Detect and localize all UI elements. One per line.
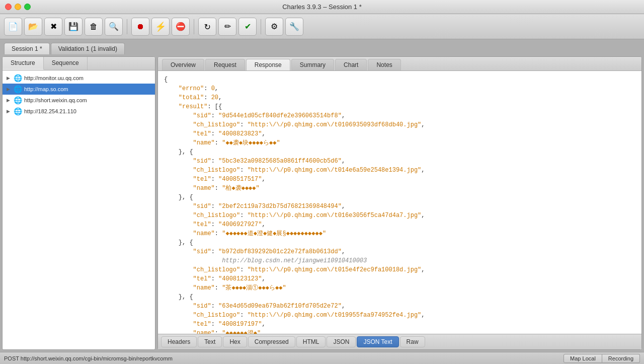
clear-button[interactable]: ↺: [198, 18, 216, 36]
toolbar: 📄 📂 ✖ 💾 🗑 🔍 ⏺ ⚡ ⛔ ↺ ✏ ✔ ⚙ 🔧: [0, 14, 644, 39]
tree-arrow-icon: ▶: [7, 109, 12, 114]
globe-icon: 🌐: [14, 96, 22, 104]
session-tab-validation[interactable]: Validation 1 (1 invalid): [51, 43, 125, 54]
tree-item-monitor[interactable]: ▶ 🌐 http://monitor.uu.qq.com: [3, 72, 155, 84]
content-area: { "errno": 0, "total": 20, "result": [{ …: [158, 71, 641, 349]
tab-headers[interactable]: Headers: [161, 336, 197, 347]
validate-button[interactable]: ✔: [238, 18, 257, 36]
tree-item-label: http://short.weixin.qq.com: [24, 97, 87, 103]
session-tabs: Session 1 * Validation 1 (1 invalid): [0, 39, 644, 54]
record-button[interactable]: ⏺: [131, 18, 149, 36]
settings-button[interactable]: 🔧: [285, 18, 303, 36]
tab-html[interactable]: HTML: [296, 336, 326, 347]
tab-response[interactable]: Response: [246, 59, 290, 70]
status-text: POST http://short.weixin.qq.com/cgi-bin/…: [4, 355, 173, 361]
tree-item-ip[interactable]: ▶ 🌐 http://182.254.21.110: [3, 106, 155, 117]
tab-structure[interactable]: Structure: [3, 57, 44, 70]
tab-request[interactable]: Request: [205, 59, 245, 70]
minimize-button[interactable]: [15, 4, 21, 10]
stop-button[interactable]: ⛔: [172, 18, 190, 36]
separator-3: [261, 19, 261, 34]
open-button[interactable]: 📂: [24, 18, 42, 36]
status-bar: POST http://short.weixin.qq.com/cgi-bin/…: [0, 352, 644, 364]
right-panel-tabs: Overview Request Response Summary Chart …: [158, 57, 641, 71]
delete-button[interactable]: 🗑: [85, 18, 103, 36]
tree-item-label: http://map.so.com: [24, 86, 68, 92]
globe-icon: 🌐: [14, 85, 22, 93]
traffic-lights: [5, 4, 31, 10]
tab-hex[interactable]: Hex: [223, 336, 247, 347]
separator-2: [194, 19, 194, 34]
tab-notes[interactable]: Notes: [368, 59, 400, 70]
window-title: Charles 3.9.3 – Session 1 *: [282, 3, 362, 11]
close-tab-button[interactable]: ✖: [44, 18, 62, 36]
close-button[interactable]: [5, 4, 12, 10]
separator-1: [127, 19, 127, 34]
bottom-tabs: Headers Text Hex Compressed HTML JSON JS…: [158, 334, 641, 349]
edit-request-button[interactable]: ✏: [218, 18, 236, 36]
tree-item-label: http://182.254.21.110: [24, 108, 76, 114]
tools-button[interactable]: ⚙: [265, 18, 283, 36]
tree-area: ▶ 🌐 http://monitor.uu.qq.com ▶ 🌐 http://…: [3, 70, 155, 349]
tree-item-label: http://monitor.uu.qq.com: [24, 75, 84, 81]
status-bar-right: Map Local Recording: [564, 354, 640, 363]
right-panel: Overview Request Response Summary Chart …: [157, 56, 642, 350]
tree-arrow-icon: ▶: [7, 76, 12, 81]
new-session-button[interactable]: 📄: [4, 18, 22, 36]
left-panel-tabs: Structure Sequence: [3, 57, 155, 70]
map-local-button[interactable]: Map Local: [564, 354, 602, 363]
save-button[interactable]: 💾: [64, 18, 83, 36]
tree-item-map[interactable]: ▶ 🌐 http://map.so.com: [3, 84, 155, 95]
tab-summary[interactable]: Summary: [291, 59, 334, 70]
globe-icon: 🌐: [14, 74, 22, 82]
json-content[interactable]: { "errno": 0, "total": 20, "result": [{ …: [158, 71, 641, 334]
globe-icon: 🌐: [14, 107, 22, 115]
tab-raw[interactable]: Raw: [400, 336, 425, 347]
throttle-button[interactable]: ⚡: [151, 18, 170, 36]
tab-text[interactable]: Text: [198, 336, 222, 347]
find-button[interactable]: 🔍: [105, 18, 123, 36]
tab-json[interactable]: JSON: [327, 336, 356, 347]
title-bar: Charles 3.9.3 – Session 1 *: [0, 0, 644, 14]
tab-json-text[interactable]: JSON Text: [357, 336, 398, 347]
tab-sequence[interactable]: Sequence: [44, 57, 88, 70]
tree-arrow-icon: ▶: [7, 98, 12, 103]
tab-overview[interactable]: Overview: [162, 59, 204, 70]
maximize-button[interactable]: [24, 4, 31, 10]
left-panel: Structure Sequence ▶ 🌐 http://monitor.uu…: [2, 56, 155, 350]
recording-button[interactable]: Recording: [602, 354, 640, 363]
main-content: Structure Sequence ▶ 🌐 http://monitor.uu…: [0, 54, 644, 352]
tab-compressed[interactable]: Compressed: [248, 336, 295, 347]
tab-chart[interactable]: Chart: [335, 59, 367, 70]
tree-item-weixin[interactable]: ▶ 🌐 http://short.weixin.qq.com: [3, 95, 155, 106]
tree-arrow-icon: ▶: [7, 87, 12, 92]
session-tab-1[interactable]: Session 1 *: [4, 43, 50, 54]
